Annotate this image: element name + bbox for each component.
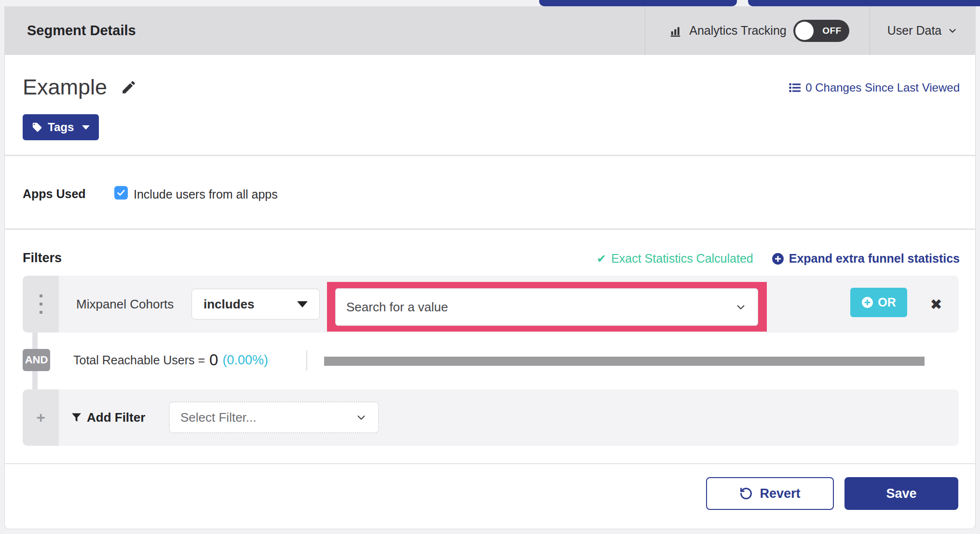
chevron-down-icon xyxy=(735,301,747,313)
analytics-tracking-toggle[interactable]: OFF xyxy=(793,20,849,42)
expand-funnel-statistics-link[interactable]: Expand extra funnel statistics xyxy=(772,252,960,266)
circle-plus-icon xyxy=(861,296,873,308)
include-all-apps-checkbox[interactable] xyxy=(114,186,128,200)
caret-down-icon xyxy=(82,125,90,130)
filter-operator-select[interactable]: includes xyxy=(191,289,320,320)
select-filter-dropdown[interactable]: Select Filter... xyxy=(169,401,379,433)
total-reachable-value: 0 xyxy=(209,351,218,369)
remove-filter-button[interactable]: ✖ xyxy=(922,276,951,333)
select-filter-placeholder: Select Filter... xyxy=(180,410,257,425)
drag-handle[interactable] xyxy=(23,276,59,333)
checkmark-icon xyxy=(116,188,126,198)
section-divider xyxy=(5,228,975,230)
edit-pencil-icon[interactable] xyxy=(121,79,137,95)
revert-button-label: Revert xyxy=(760,486,800,501)
close-x-icon: ✖ xyxy=(930,296,942,313)
total-reachable-label: Total Reachable Users = xyxy=(73,353,205,367)
changes-list-icon xyxy=(789,82,801,93)
chevron-down-icon xyxy=(947,26,958,36)
exact-statistics-status: ✔ Exact Statistics Calculated xyxy=(597,252,753,266)
filters-heading: Filters xyxy=(23,251,62,266)
highlight-annotation-box: Search for a value xyxy=(327,282,767,332)
toggle-state-label: OFF xyxy=(822,26,842,36)
totals-divider xyxy=(306,350,307,371)
segment-name: Example xyxy=(23,75,107,100)
filters-status-row: ✔ Exact Statistics Calculated Expand ext… xyxy=(597,252,960,266)
analytics-chart-icon xyxy=(669,25,682,37)
tag-icon xyxy=(32,122,42,133)
drag-dot xyxy=(40,311,42,314)
undo-icon xyxy=(739,487,753,500)
filter-value-placeholder: Search for a value xyxy=(346,300,448,315)
filter-name-label: Mixpanel Cohorts xyxy=(76,276,174,333)
chevron-down-icon xyxy=(355,411,368,424)
section-divider xyxy=(5,155,975,156)
include-all-apps-label: Include users from all apps xyxy=(134,187,278,201)
user-data-label: User Data xyxy=(887,24,942,38)
reachable-users-bar xyxy=(324,357,925,366)
revert-button[interactable]: Revert xyxy=(706,477,834,510)
add-filter-plus-cell[interactable]: + xyxy=(23,389,59,446)
exact-statistics-label: Exact Statistics Calculated xyxy=(611,252,753,266)
plus-icon: + xyxy=(36,409,45,427)
total-reachable-users-line: Total Reachable Users = 0 (0.00%) xyxy=(73,348,268,372)
funnel-icon xyxy=(71,413,82,423)
or-button-label: OR xyxy=(878,295,896,309)
tags-button[interactable]: Tags xyxy=(23,114,99,140)
filter-row: Mixpanel Cohorts includes Search for a v… xyxy=(23,276,959,333)
circle-plus-icon xyxy=(772,253,784,265)
filter-operator-value: includes xyxy=(204,297,254,312)
and-badge: AND xyxy=(23,349,50,371)
save-button-label: Save xyxy=(886,486,916,501)
total-reachable-percent: (0.00%) xyxy=(222,353,268,368)
segment-details-page: Segment Details Analytics Tracking OFF U… xyxy=(0,0,980,534)
footer-divider xyxy=(5,463,975,464)
changes-since-last-viewed-link[interactable]: 0 Changes Since Last Viewed xyxy=(789,81,960,94)
apps-used-label: Apps Used xyxy=(23,187,86,201)
add-filter-row: + Add Filter Select Filter... xyxy=(23,389,959,446)
analytics-tracking-label: Analytics Tracking xyxy=(689,24,786,38)
add-filter-label-group: Add Filter xyxy=(71,389,145,446)
add-or-condition-button[interactable]: OR xyxy=(850,288,907,317)
segment-name-row: Example xyxy=(23,75,137,100)
check-icon: ✔ xyxy=(597,252,606,266)
user-data-dropdown[interactable]: User Data xyxy=(870,6,976,55)
top-clipped-button-left[interactable] xyxy=(539,0,737,6)
drag-dot xyxy=(40,303,42,306)
triangle-down-icon xyxy=(297,301,308,307)
add-filter-label: Add Filter xyxy=(87,410,145,425)
save-button[interactable]: Save xyxy=(844,477,958,510)
page-title: Segment Details xyxy=(27,6,136,55)
top-clipped-button-right[interactable] xyxy=(748,0,980,6)
card-header: Segment Details Analytics Tracking OFF U… xyxy=(4,6,976,55)
filter-value-select[interactable]: Search for a value xyxy=(335,288,758,326)
changes-link-label: 0 Changes Since Last Viewed xyxy=(805,81,960,94)
drag-dot xyxy=(40,294,42,297)
analytics-tracking-group: Analytics Tracking OFF xyxy=(645,6,874,55)
toggle-knob xyxy=(795,22,814,40)
expand-funnel-statistics-label: Expand extra funnel statistics xyxy=(789,252,960,266)
tags-button-label: Tags xyxy=(48,120,74,134)
